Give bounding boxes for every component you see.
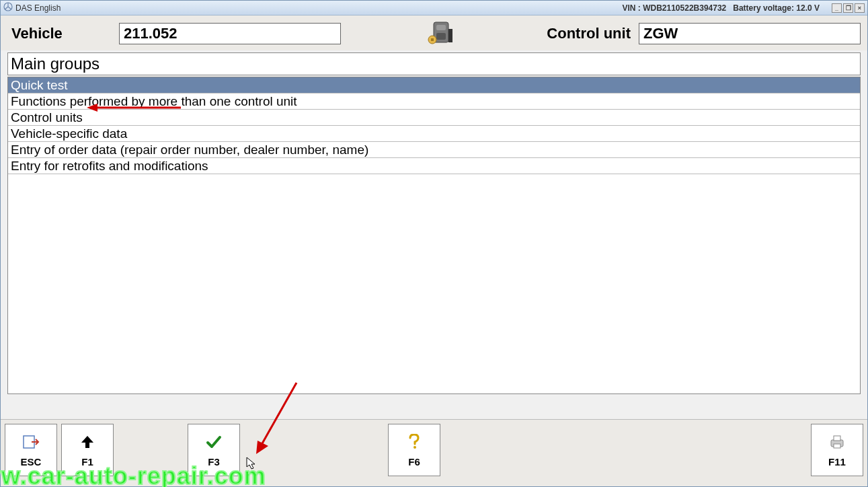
f11-label: F11	[828, 456, 846, 467]
watermark-text: vw.car-auto-repair.com	[0, 462, 266, 487]
list-item-quick-test[interactable]: Quick test	[8, 77, 860, 93]
svg-rect-11	[834, 444, 840, 448]
exit-icon	[22, 433, 40, 451]
vin-label: VIN : WDB2110522B394732	[623, 3, 727, 13]
minimize-button[interactable]: _	[832, 3, 842, 13]
list-item-functions-multiple-cu[interactable]: Functions performed by more than one con…	[8, 93, 860, 110]
app-title: DAS English	[15, 3, 61, 13]
main-groups-list: Quick test Functions performed by more t…	[7, 77, 861, 394]
checkmark-icon	[206, 433, 222, 451]
close-button[interactable]: ×	[855, 3, 865, 13]
svg-rect-3	[436, 33, 446, 40]
list-item-control-units[interactable]: Control units	[8, 110, 860, 126]
maximize-button[interactable]: ❐	[843, 3, 853, 13]
help-icon	[407, 433, 422, 451]
title-bar: DAS English VIN : WDB2110522B394732 Batt…	[1, 1, 867, 15]
control-unit-field[interactable]: ZGW	[639, 23, 861, 44]
vehicle-field[interactable]: 211.052	[119, 23, 341, 44]
print-icon	[828, 433, 846, 451]
mercedes-logo-icon	[3, 2, 13, 13]
f11-button[interactable]: F11	[811, 424, 863, 476]
f6-button[interactable]: F6	[388, 424, 440, 476]
list-item-vehicle-specific-data[interactable]: Vehicle-specific data	[8, 126, 860, 142]
section-title: Main groups	[7, 52, 861, 75]
svg-rect-10	[834, 436, 840, 441]
svg-point-8	[413, 446, 416, 449]
list-item-entry-retrofits[interactable]: Entry for retrofits and modifications	[8, 158, 860, 174]
header-bar: Vehicle 211.052 Control unit ZGW	[1, 15, 867, 50]
engine-connector-icon	[345, 20, 537, 48]
list-item-entry-order-data[interactable]: Entry of order data (repair order number…	[8, 142, 860, 158]
vehicle-label: Vehicle	[7, 25, 115, 42]
up-arrow-icon	[80, 433, 95, 451]
battery-voltage-label: Battery voltage: 12.0 V	[733, 3, 820, 13]
app-window: DAS English VIN : WDB2110522B394732 Batt…	[0, 0, 868, 487]
svg-rect-6	[431, 38, 434, 41]
svg-rect-4	[448, 29, 452, 42]
svg-rect-2	[436, 25, 446, 30]
control-unit-label: Control unit	[541, 25, 635, 42]
f6-label: F6	[408, 456, 420, 467]
